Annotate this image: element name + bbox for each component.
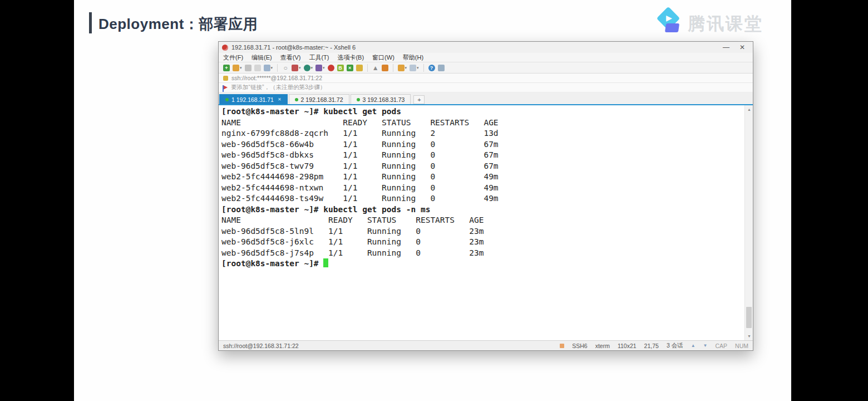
toolbar-divider [367,64,368,72]
menu-item-5[interactable]: 窗口(W) [372,53,394,62]
scrollbar-thumb[interactable] [746,307,752,328]
chevron-down-icon[interactable]: ▾ [299,66,301,70]
message-icon [438,65,445,71]
chevron-down-icon[interactable]: ▾ [271,66,273,70]
flag-icon [223,85,228,90]
logo-text: 腾讯课堂 [688,12,763,36]
terminal[interactable]: [root@k8s-master ~]# kubectl get podsNAM… [219,105,744,340]
file-transfer-icon[interactable]: ▾ [315,65,325,71]
address-book-icon[interactable]: ▾ [292,65,301,71]
address-bar[interactable]: ssh://root:******@192.168.31.71:22 [219,74,753,83]
open-folder-icon[interactable]: ▾ [233,65,242,71]
menu-item-4[interactable]: 选项卡(B) [337,53,364,62]
folder-icon [398,65,405,71]
duplicate-session-icon[interactable]: ▾ [264,65,273,71]
terminal-line: web2-5fc4444698-ts49w 1/1 Running 0 49m [221,193,744,204]
find-icon[interactable]: ○ [282,65,289,71]
globe-icon [304,65,310,71]
terminal-area: [root@k8s-master ~]# kubectl get podsNAM… [219,105,753,340]
status-connection: ssh://root@192.168.31.71:22 [223,343,299,349]
title-accent-bar [89,12,92,33]
close-tab-icon[interactable]: ✕ [278,97,282,102]
globe-icon[interactable]: ▾ [304,65,313,71]
terminal-line: [root@k8s-master ~]# kubectl get pods [221,106,744,118]
status-token: 21,75 [644,343,659,349]
menu-item-2[interactable]: 查看(V) [280,53,301,62]
help-icon[interactable]: ? [428,65,435,71]
terminal-line: web-96d5df5c8-66w4b 1/1 Running 0 67m [221,139,744,150]
chevron-down-icon[interactable]: ▾ [323,66,325,70]
terminal-line: [root@k8s-master ~]# kubectl get pods -n… [221,204,744,216]
menu-item-0[interactable]: 文件(F) [223,53,243,62]
layout-icon [410,65,416,71]
chevron-down-icon[interactable]: ▾ [311,66,313,70]
transfer-indicator-icon [560,344,564,348]
terminal-line: NAME READY STATUS RESTARTS AGE [221,118,744,129]
highlight-pen-icon[interactable] [382,65,388,71]
layout-icon[interactable]: ▾ [410,65,419,71]
play-icon: ▶ [666,13,672,22]
page-title: Deployment：部署应用 [98,14,258,34]
menu-bar: 文件(F)编辑(E)查看(V)工具(T)选项卡(B)窗口(W)帮助(H) [219,53,753,62]
status-token: SSH6 [572,343,587,349]
find-icon: ○ [282,65,289,71]
status-bar: ssh://root@192.168.31.71:22 SSH6xterm110… [219,340,753,350]
file-transfer-icon [315,65,322,71]
fullscreen-icon[interactable]: × [347,65,353,71]
tencent-classroom-logo: ▶ 腾讯课堂 [650,6,789,39]
help-icon: ? [428,65,435,71]
keylock-indicator: CAP [715,343,727,349]
open-folder-icon [233,65,239,71]
status-token: 110x21 [618,343,637,349]
scroll-down-status-icon[interactable]: ▼ [703,343,708,348]
xshell-app-icon [222,45,228,51]
chevron-down-icon[interactable]: ▾ [417,66,419,70]
menu-item-6[interactable]: 帮助(H) [403,53,423,62]
connected-dot-icon [295,98,298,101]
minimize-button[interactable]: — [723,44,729,51]
address-text: ssh://root:******@192.168.31.71:22 [231,75,322,81]
close-button[interactable]: ✕ [739,44,745,51]
window-title: 192.168.31.71 - root@k8s-master:~ - Xshe… [231,44,356,51]
toolbar-divider [277,64,278,72]
connected-dot-icon [225,98,229,101]
window-titlebar[interactable]: 192.168.31.71 - root@k8s-master:~ - Xshe… [219,42,753,53]
lock-icon [356,65,363,71]
scroll-up-icon[interactable]: ▲ [745,105,753,114]
new-session-icon[interactable]: + [223,65,230,71]
new-session-icon: + [223,65,230,71]
xftp-icon[interactable]: B [337,65,344,71]
scroll-up-status-icon[interactable]: ▲ [691,343,696,348]
lock-icon[interactable] [356,65,363,71]
menu-item-3[interactable]: 工具(T) [309,53,329,62]
chevron-down-icon[interactable]: ▾ [405,66,407,70]
fullscreen-icon: × [347,65,353,71]
session-tab-strip: 1 192.168.31.71✕2 192.168.31.723 192.168… [219,94,753,104]
session-tab-2[interactable]: 2 192.168.31.72 [289,94,349,104]
scroll-down-icon[interactable]: ▼ [745,332,753,340]
scrollbar[interactable]: ▲ ▼ [744,105,753,340]
terminal-line: web-96d5df5c8-5ln9l 1/1 Running 0 23m [221,226,744,237]
new-tab-button[interactable]: + [413,95,425,104]
reconnect-icon [245,65,251,71]
keylock-indicator: NUM [735,343,748,349]
address-book-icon [292,65,298,71]
terminal-line: NAME READY STATUS RESTARTS AGE [221,215,744,226]
tab-label: 3 192.168.31.73 [363,96,405,103]
tab-label: 1 192.168.31.71 [231,96,274,103]
session-tab-1[interactable]: 1 192.168.31.71✕ [219,94,288,104]
chevron-down-icon[interactable]: ▾ [240,66,242,70]
session-tab-3[interactable]: 3 192.168.31.73 [351,94,411,104]
menu-item-1[interactable]: 编辑(E) [251,53,272,62]
disconnect-icon[interactable] [254,65,261,71]
screen: Deployment：部署应用 ▶ 腾讯课堂 第一步 •kube •kube 1… [0,0,868,401]
eject-icon[interactable]: ▲ [372,65,379,71]
eject-icon: ▲ [372,65,379,71]
xftp-icon: B [337,65,344,71]
message-icon[interactable] [438,65,445,71]
terminal-line: web2-5fc4444698-ntxwn 1/1 Running 0 49m [221,183,744,194]
folder-icon[interactable]: ▾ [398,65,407,71]
terminal-line: web-96d5df5c8-j7s4p 1/1 Running 0 23m [221,248,744,259]
xshell-icon[interactable] [328,65,334,71]
reconnect-icon[interactable] [245,65,251,71]
